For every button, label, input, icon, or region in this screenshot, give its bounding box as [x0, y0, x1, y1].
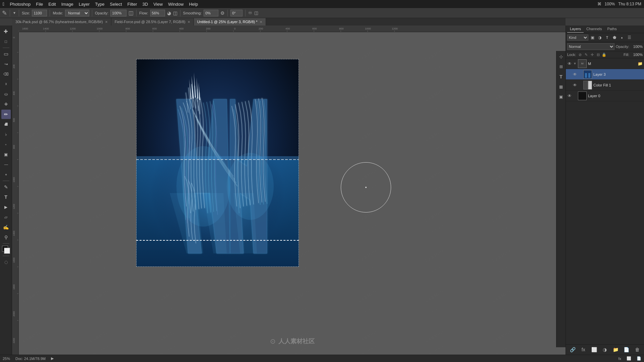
smoothing-input[interactable]: [204, 10, 218, 16]
mode-dropdown[interactable]: Normal Dissolve Multiply Screen Overlay: [65, 10, 89, 16]
tab-2-close[interactable]: ✕: [187, 20, 190, 24]
airbrush-icon[interactable]: ◕: [167, 10, 171, 16]
fx-icon[interactable]: fx: [618, 357, 621, 361]
lock-image-icon[interactable]: ✎: [583, 52, 589, 57]
pressure-size-icon[interactable]: ◫: [254, 10, 258, 15]
lock-transparent-icon[interactable]: ⊘: [577, 52, 583, 57]
layer-eye-colorfill[interactable]: 👁: [573, 83, 577, 87]
filter-adjustment-icon[interactable]: ◑: [596, 34, 603, 41]
crop-tool[interactable]: ☓: [1, 79, 11, 89]
eraser-tool[interactable]: ▫: [1, 140, 11, 149]
canvas-content[interactable]: 人人素材社区 www.rrcg.cn: [19, 32, 566, 355]
lock-artboard-icon[interactable]: ⊟: [595, 52, 601, 57]
flow-input[interactable]: [150, 10, 165, 16]
layer-eye-3[interactable]: 👁: [573, 72, 577, 77]
fill-value: 100%: [631, 53, 643, 57]
layers-tab[interactable]: Layers: [567, 25, 584, 33]
add-style-btn[interactable]: fx: [580, 346, 587, 353]
pressure-opacity-icon[interactable]: ◫: [128, 10, 133, 16]
size-input[interactable]: [32, 10, 47, 16]
stamp-tool[interactable]: ⛘: [1, 120, 11, 129]
tab-1-label: 30k-Pack.psd @ 66.7% (byheartred-texture…: [15, 20, 103, 24]
add-layer-icon[interactable]: 📄: [637, 356, 641, 361]
angle-input[interactable]: [230, 10, 243, 16]
dodge-tool[interactable]: ⚬: [1, 170, 11, 179]
move-tool[interactable]: ✚: [1, 27, 11, 36]
history-brush-tool[interactable]: ♭: [1, 130, 11, 139]
artboard-right[interactable]: ⊞: [557, 63, 565, 70]
menu-edit[interactable]: Edit: [48, 2, 56, 7]
delete-layer-btn[interactable]: 🗑: [634, 346, 641, 353]
filter-type-icon[interactable]: T: [604, 34, 610, 41]
filter-kind-dropdown[interactable]: Kind Name Effect Mode Attribute Color: [567, 35, 588, 41]
tool-preset-picker[interactable]: ▼: [13, 11, 16, 15]
tab-3-close[interactable]: ✕: [260, 20, 262, 24]
move-tool-right[interactable]: ⊹: [557, 53, 565, 60]
menu-view[interactable]: View: [153, 2, 163, 7]
status-arrow[interactable]: ▶: [51, 356, 54, 361]
menu-type[interactable]: Type: [95, 2, 104, 7]
brush-tool[interactable]: ✏: [1, 110, 11, 119]
menu-image[interactable]: Image: [61, 2, 73, 7]
menu-layer[interactable]: Layer: [79, 2, 90, 7]
marquee-tool[interactable]: ▭: [1, 49, 11, 59]
symmetry-icon[interactable]: ♾: [248, 10, 252, 15]
pen-tool[interactable]: ✎: [1, 182, 11, 192]
pressure-flow-icon[interactable]: ◫: [173, 10, 177, 16]
menu-select[interactable]: Select: [110, 2, 122, 7]
smoothing-settings-icon[interactable]: ⚙: [220, 10, 225, 16]
layer-row-3[interactable]: 👁 Layer 3: [566, 69, 644, 80]
gradient-right[interactable]: ▦: [557, 83, 565, 90]
adjustment-layer-btn[interactable]: ◑: [601, 346, 608, 353]
paths-tab[interactable]: Paths: [605, 25, 620, 33]
tab-1[interactable]: 30k-Pack.psd @ 66.7% (byheartred-texture…: [12, 18, 111, 25]
layer-expand-M[interactable]: ▼: [573, 62, 577, 65]
hand-tool[interactable]: ✍: [1, 223, 11, 232]
layer-eye-M[interactable]: 👁: [567, 61, 572, 66]
menu-help[interactable]: Help: [189, 2, 198, 7]
add-mask-btn[interactable]: ⬜: [590, 346, 598, 353]
tab-3[interactable]: Untitled-1 @ 25% (Layer 3, RGB/8) * ✕: [194, 18, 266, 25]
layers-panel-menu[interactable]: ☰: [626, 34, 633, 41]
lock-all-icon[interactable]: 🔒: [601, 52, 607, 57]
filter-pixel-icon[interactable]: ▣: [589, 34, 596, 41]
gradient-tool[interactable]: ▣: [1, 150, 11, 159]
layer-row-0[interactable]: 👁 Layer 0: [566, 90, 644, 101]
zoom-tool[interactable]: ⚲: [1, 233, 11, 242]
layer-eye-0[interactable]: 👁: [567, 94, 572, 98]
path-selection-tool[interactable]: ▶: [1, 202, 11, 212]
menu-3d[interactable]: 3D: [143, 2, 148, 7]
artboard-tool[interactable]: □: [1, 37, 11, 46]
menu-filter[interactable]: Filter: [127, 2, 137, 7]
tab-2[interactable]: Field-Force.psd @ 28.5% (Layer 7, RGB/8)…: [111, 18, 194, 25]
layer-row-M[interactable]: 👁 ▼ M M 📁: [566, 58, 644, 69]
quick-mask-icon[interactable]: ◌: [1, 257, 11, 267]
text-tool[interactable]: T: [1, 192, 11, 202]
shape-tool[interactable]: ▱: [1, 213, 11, 222]
mask-icon[interactable]: ⬜: [627, 356, 631, 361]
tab-1-close[interactable]: ✕: [105, 20, 108, 24]
channels-tab[interactable]: Channels: [584, 25, 604, 33]
lasso-tool[interactable]: ↝: [1, 59, 11, 69]
type-tool-right[interactable]: T: [557, 73, 565, 80]
eyedropper-tool[interactable]: ⛀: [1, 89, 11, 99]
filter-shape-icon[interactable]: ⬟: [611, 34, 618, 41]
blur-tool[interactable]: ⸻: [1, 160, 11, 169]
filter-smart-icon[interactable]: ♦: [619, 34, 625, 41]
menu-file[interactable]: File: [36, 2, 43, 7]
new-layer-btn[interactable]: 📄: [623, 346, 630, 353]
blend-mode-dropdown[interactable]: Normal Dissolve Darken Multiply Screen O…: [567, 43, 614, 50]
layer-row-colorfill[interactable]: 👁 Color Fill 1: [566, 80, 644, 90]
lock-position-icon[interactable]: ✛: [589, 52, 595, 57]
menu-window[interactable]: Window: [168, 2, 183, 7]
opacity-input[interactable]: [110, 10, 126, 16]
link-layers-btn[interactable]: 🔗: [569, 346, 576, 353]
apple-logo[interactable]: : [3, 1, 4, 7]
healing-tool[interactable]: ✙: [1, 100, 11, 109]
canvas-area[interactable]: 1600 1400 1200 1000 800 600 400 200: [12, 25, 566, 355]
shape-right[interactable]: ▣: [557, 93, 565, 101]
menu-photoshop[interactable]: Photoshop: [10, 2, 31, 7]
new-group-btn[interactable]: 📁: [612, 346, 620, 353]
object-select-tool[interactable]: ⌫: [1, 69, 11, 79]
foreground-background-colors[interactable]: [1, 245, 11, 254]
